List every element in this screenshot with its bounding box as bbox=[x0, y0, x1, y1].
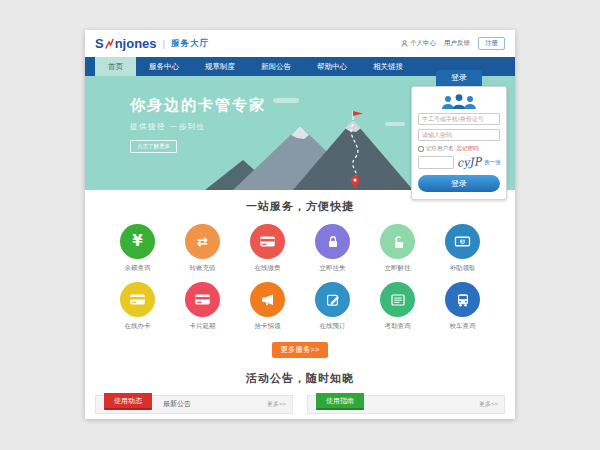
hero-title: 你身边的卡管专家 bbox=[130, 96, 266, 115]
service-item[interactable]: ⇄转账充值 bbox=[170, 224, 235, 273]
notice-panel-1: 使用指南更多>> bbox=[307, 395, 505, 414]
service-label: 补助领取 bbox=[430, 264, 495, 273]
captcha-row: cyJP 换一张 bbox=[418, 156, 500, 169]
service-label: 在线缴费 bbox=[235, 264, 300, 273]
services-grid: ¥余额查询⇄转账充值在线缴费立即挂失立即解挂$补助领取在线办卡卡片延期拾卡招领在… bbox=[105, 224, 495, 331]
transfer-arrows-icon: ⇄ bbox=[185, 224, 220, 259]
service-item[interactable]: 立即挂失 bbox=[300, 224, 365, 273]
svg-text:$: $ bbox=[461, 239, 464, 244]
cloud-decoration bbox=[273, 98, 299, 103]
personal-center-link[interactable]: 个人中心 bbox=[401, 39, 436, 48]
unlock-icon bbox=[380, 224, 415, 259]
bank-card-icon bbox=[250, 224, 285, 259]
username-input[interactable] bbox=[418, 113, 500, 125]
captcha-input[interactable] bbox=[418, 156, 454, 169]
edit-icon bbox=[315, 282, 350, 317]
service-item[interactable]: 考勤查询 bbox=[365, 282, 430, 331]
nav-item-5[interactable]: 相关链接 bbox=[360, 57, 416, 76]
bank-card-icon bbox=[185, 282, 220, 317]
remember-row: 记住用户名 忘记密码 bbox=[418, 145, 500, 152]
nav-item-0[interactable]: 首页 bbox=[95, 57, 136, 76]
logo-divider: | bbox=[163, 39, 166, 49]
bank-card-icon bbox=[120, 282, 155, 317]
service-label: 校车查询 bbox=[430, 322, 495, 331]
user-feedback-label: 用户反馈 bbox=[444, 39, 470, 48]
service-item[interactable]: 在线缴费 bbox=[235, 224, 300, 273]
notice-secondary-tab[interactable]: 最新公告 bbox=[163, 399, 191, 413]
services-section: 一站服务，方便快捷 ¥余额查询⇄转账充值在线缴费立即挂失立即解挂$补助领取在线办… bbox=[85, 190, 515, 358]
nav-item-4[interactable]: 帮助中心 bbox=[304, 57, 360, 76]
notices-heading: 活动公告，随时知晓 bbox=[85, 371, 515, 386]
logo-text-right: njones bbox=[115, 36, 157, 51]
hero-banner: 你身边的卡管专家 提供捷径 一步到位 点击了解更多 登录 记住用户名 忘记密码 bbox=[85, 76, 515, 190]
service-label: 转账充值 bbox=[170, 264, 235, 273]
notice-ribbon-tab[interactable]: 使用指南 bbox=[316, 393, 364, 410]
remember-checkbox[interactable] bbox=[418, 146, 424, 152]
hero-subtitle: 提供捷径 一步到位 bbox=[130, 122, 266, 132]
service-item[interactable]: 卡片延期 bbox=[170, 282, 235, 331]
change-captcha-link[interactable]: 换一张 bbox=[484, 159, 501, 166]
users-group-icon bbox=[438, 93, 480, 109]
login-form: 记住用户名 忘记密码 cyJP 换一张 登录 bbox=[411, 86, 507, 200]
lock-icon bbox=[315, 224, 350, 259]
login-tab[interactable]: 登录 bbox=[436, 70, 482, 86]
service-label: 在线办卡 bbox=[105, 322, 170, 331]
service-label: 考勤查询 bbox=[365, 322, 430, 331]
more-services-button[interactable]: 更多服务>> bbox=[272, 342, 329, 358]
notice-ribbon-tab[interactable]: 使用动态 bbox=[104, 393, 152, 410]
service-label: 立即挂失 bbox=[300, 264, 365, 273]
megaphone-icon bbox=[250, 282, 285, 317]
banknote-icon: $ bbox=[445, 224, 480, 259]
hero-text-block: 你身边的卡管专家 提供捷径 一步到位 点击了解更多 bbox=[130, 96, 266, 153]
hero-more-button[interactable]: 点击了解更多 bbox=[130, 140, 177, 153]
list-icon bbox=[380, 282, 415, 317]
service-item[interactable]: ¥余额查询 bbox=[105, 224, 170, 273]
service-label: 余额查询 bbox=[105, 264, 170, 273]
login-panel: 登录 记住用户名 忘记密码 cyJP 换一张 bbox=[411, 70, 507, 200]
notice-panel-header: 使用指南更多>> bbox=[307, 395, 505, 414]
user-feedback-link[interactable]: 用户反馈 bbox=[444, 39, 470, 48]
notice-panel-header: 使用动态最新公告更多>> bbox=[95, 395, 293, 414]
notice-panel-0: 使用动态最新公告更多>> bbox=[95, 395, 293, 414]
nav-item-1[interactable]: 服务中心 bbox=[136, 57, 192, 76]
logo-lightning-icon bbox=[105, 38, 114, 50]
service-item[interactable]: 校车查询 bbox=[430, 282, 495, 331]
service-item[interactable]: $补助领取 bbox=[430, 224, 495, 273]
notices-section: 活动公告，随时知晓 使用动态最新公告更多>>使用指南更多>> bbox=[85, 371, 515, 414]
login-submit-button[interactable]: 登录 bbox=[418, 175, 500, 192]
service-item[interactable]: 在线办卡 bbox=[105, 282, 170, 331]
site-subtitle: 服务大厅 bbox=[171, 38, 209, 50]
page-container: S njones | 服务大厅 个人中心 用户反馈 注册 首页服务中心规章制度新… bbox=[85, 30, 515, 419]
notice-more-link[interactable]: 更多>> bbox=[267, 400, 286, 413]
service-label: 在线预订 bbox=[300, 322, 365, 331]
register-button[interactable]: 注册 bbox=[478, 37, 505, 50]
notice-panels: 使用动态最新公告更多>>使用指南更多>> bbox=[95, 395, 505, 414]
top-bar: S njones | 服务大厅 个人中心 用户反馈 注册 bbox=[85, 30, 515, 57]
services-heading: 一站服务，方便快捷 bbox=[85, 199, 515, 214]
service-label: 拾卡招领 bbox=[235, 322, 300, 331]
service-label: 立即解挂 bbox=[365, 264, 430, 273]
nav-item-2[interactable]: 规章制度 bbox=[192, 57, 248, 76]
top-links: 个人中心 用户反馈 注册 bbox=[401, 37, 505, 50]
site-logo[interactable]: S njones | 服务大厅 bbox=[95, 36, 209, 51]
logo-text-left: S bbox=[95, 36, 104, 51]
remember-label: 记住用户名 bbox=[426, 145, 454, 152]
bus-icon bbox=[445, 282, 480, 317]
service-item[interactable]: 立即解挂 bbox=[365, 224, 430, 273]
user-icon bbox=[401, 40, 408, 47]
service-item[interactable]: 在线预订 bbox=[300, 282, 365, 331]
password-input[interactable] bbox=[418, 129, 500, 141]
yen-icon: ¥ bbox=[120, 224, 155, 259]
notice-more-link[interactable]: 更多>> bbox=[479, 400, 498, 413]
service-label: 卡片延期 bbox=[170, 322, 235, 331]
nav-item-3[interactable]: 新闻公告 bbox=[248, 57, 304, 76]
personal-center-label: 个人中心 bbox=[410, 39, 436, 48]
service-item[interactable]: 拾卡招领 bbox=[235, 282, 300, 331]
forgot-password-link[interactable]: 忘记密码 bbox=[457, 145, 479, 152]
captcha-image[interactable]: cyJP bbox=[457, 156, 482, 169]
